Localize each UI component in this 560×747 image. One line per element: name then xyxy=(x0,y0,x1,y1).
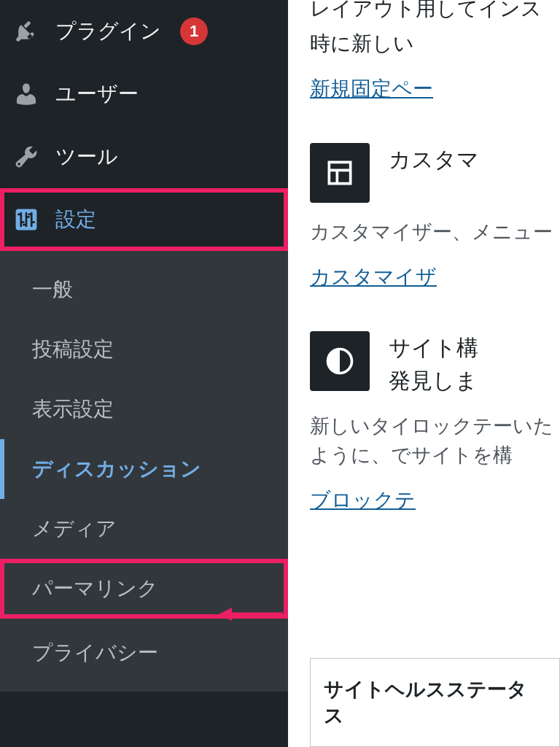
submenu-item-permalink[interactable]: パーマリンク xyxy=(0,559,288,619)
site-title-line2: 発見しま xyxy=(389,364,478,397)
site-title-line1: サイト構 xyxy=(389,331,478,364)
block-theme-link[interactable]: ブロックテ xyxy=(310,489,416,511)
sidebar-label-tools: ツール xyxy=(55,143,118,171)
plugin-update-badge: 1 xyxy=(180,18,208,45)
contrast-icon xyxy=(310,331,370,391)
sidebar-item-users[interactable]: ユーザー xyxy=(0,63,288,125)
submenu-item-general[interactable]: 一般 xyxy=(0,260,288,320)
intro-text: レイアウト用してインス時に新しい xyxy=(310,0,560,61)
sidebar-label-settings: 設定 xyxy=(55,206,96,233)
submenu-item-privacy[interactable]: プライバシー xyxy=(0,623,288,683)
layout-icon xyxy=(310,143,370,203)
sidebar-item-tools[interactable]: ツール xyxy=(0,125,288,188)
customize-title: カスタマ xyxy=(389,143,479,203)
submenu-item-media[interactable]: メディア xyxy=(0,499,288,559)
submenu-item-writing[interactable]: 投稿設定 xyxy=(0,320,288,379)
admin-sidebar: プラグイン 1 ユーザー ツール 設定 一般 投稿設定 表示設定 ディスカッショ… xyxy=(0,0,288,747)
user-icon xyxy=(13,81,39,107)
site-description: 新しいタイロックテーいたように、でサイトを構 xyxy=(310,411,560,471)
wrench-icon xyxy=(13,144,39,170)
sidebar-item-settings[interactable]: 設定 xyxy=(0,188,288,251)
plug-icon xyxy=(13,18,39,44)
sidebar-label-users: ユーザー xyxy=(55,80,139,108)
submenu-item-reading[interactable]: 表示設定 xyxy=(0,379,288,439)
main-content: レイアウト用してインス時に新しい 新規固定ペー カスタマ カスタマイザー、メニュ… xyxy=(288,0,560,747)
sidebar-label-plugins: プラグイン xyxy=(55,18,161,45)
site-health-title: サイトヘルスステータス xyxy=(324,676,546,729)
customizer-link[interactable]: カスタマイザ xyxy=(310,266,437,288)
submenu-item-discussion[interactable]: ディスカッション xyxy=(0,439,288,499)
new-page-link[interactable]: 新規固定ペー xyxy=(310,77,433,100)
sliders-icon xyxy=(13,206,39,233)
sidebar-item-plugins[interactable]: プラグイン 1 xyxy=(0,0,288,63)
settings-submenu: 一般 投稿設定 表示設定 ディスカッション メディア パーマリンク プライバシー xyxy=(0,251,288,692)
customize-description: カスタマイザー、メニュー xyxy=(310,217,560,247)
site-health-panel: サイトヘルスステータス xyxy=(310,658,560,747)
